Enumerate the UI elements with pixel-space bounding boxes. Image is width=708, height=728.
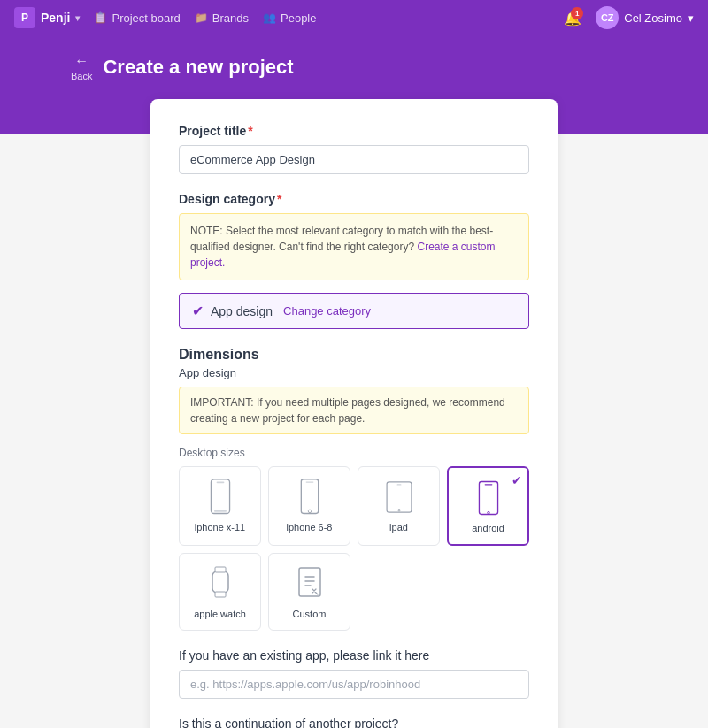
category-note: NOTE: Select the most relevant category … bbox=[179, 213, 529, 280]
svg-point-4 bbox=[308, 510, 312, 513]
svg-rect-6 bbox=[387, 482, 412, 512]
design-category-label: Design category * bbox=[179, 192, 529, 206]
avatar: CZ bbox=[596, 6, 619, 29]
svg-rect-2 bbox=[213, 510, 226, 512]
device-iphone-6-8[interactable]: iphone 6-8 bbox=[268, 466, 350, 546]
project-title-group: Project title * bbox=[179, 124, 529, 174]
desktop-sizes-label: Desktop sizes bbox=[179, 447, 529, 459]
notification-button[interactable]: 🔔 1 bbox=[560, 5, 585, 30]
back-button[interactable]: ← Back bbox=[71, 53, 92, 81]
page-title: Create a new project bbox=[103, 56, 293, 79]
continuation-label: Is this a continuation of another projec… bbox=[179, 717, 529, 728]
nav-item-project-board[interactable]: 📋 Project board bbox=[94, 11, 180, 25]
page-header: ← Back Create a new project bbox=[0, 53, 708, 81]
important-note: IMPORTANT: If you need multiple pages de… bbox=[179, 387, 529, 434]
required-indicator: * bbox=[248, 124, 252, 138]
existing-app-group: If you have an existing app, please link… bbox=[179, 648, 529, 699]
brand-name: Penji bbox=[41, 11, 70, 25]
device-grid-row2: apple watch Custom bbox=[179, 553, 529, 631]
nav-item-people-label: People bbox=[281, 11, 316, 25]
svg-rect-10 bbox=[484, 484, 492, 485]
nav-item-project-board-label: Project board bbox=[112, 11, 180, 25]
navbar-left: P Penji ▾ 📋 Project board 📁 Brands 👥 Peo… bbox=[14, 7, 546, 28]
user-menu[interactable]: CZ Cel Zosimo ▾ bbox=[596, 6, 694, 29]
required-indicator-cat: * bbox=[277, 192, 281, 206]
svg-rect-1 bbox=[216, 481, 224, 483]
user-chevron-icon: ▾ bbox=[688, 11, 694, 25]
svg-rect-0 bbox=[211, 479, 229, 514]
svg-rect-13 bbox=[215, 567, 226, 572]
nav-item-people[interactable]: 👥 People bbox=[263, 11, 316, 25]
device-iphone-x11[interactable]: iphone x-11 bbox=[179, 466, 261, 546]
category-name: App design bbox=[211, 304, 273, 318]
project-title-label: Project title * bbox=[179, 124, 529, 138]
svg-rect-5 bbox=[305, 481, 313, 482]
existing-app-label: If you have an existing app, please link… bbox=[179, 648, 529, 663]
check-icon: ✔ bbox=[192, 303, 204, 319]
brand-icon: P bbox=[14, 7, 35, 28]
device-android[interactable]: ✔ android bbox=[447, 466, 529, 546]
dimensions-label: Dimensions bbox=[179, 347, 529, 363]
notification-badge: 1 bbox=[571, 7, 583, 19]
brands-icon: 📁 bbox=[195, 11, 208, 24]
back-arrow-icon: ← bbox=[74, 53, 88, 69]
svg-rect-9 bbox=[479, 482, 497, 515]
svg-point-7 bbox=[397, 510, 399, 511]
custom-icon bbox=[294, 564, 326, 603]
svg-rect-14 bbox=[215, 592, 226, 597]
nav-item-brands-label: Brands bbox=[212, 11, 249, 25]
nav-item-brands[interactable]: 📁 Brands bbox=[195, 11, 249, 25]
project-board-icon: 📋 bbox=[94, 11, 107, 24]
design-category-group: Design category * NOTE: Select the most … bbox=[179, 192, 529, 329]
svg-point-11 bbox=[487, 511, 489, 514]
empty-cell-1 bbox=[358, 553, 440, 631]
device-name-apple-watch: apple watch bbox=[194, 609, 246, 619]
device-name-custom: Custom bbox=[293, 609, 327, 619]
device-name-ipad: ipad bbox=[389, 522, 408, 533]
empty-cell-2 bbox=[447, 553, 529, 631]
user-name: Cel Zosimo bbox=[624, 11, 682, 25]
people-icon: 👥 bbox=[263, 11, 276, 24]
navbar: P Penji ▾ 📋 Project board 📁 Brands 👥 Peo… bbox=[0, 0, 708, 35]
svg-rect-3 bbox=[301, 479, 318, 514]
app-design-label: App design bbox=[179, 366, 529, 379]
change-category-link[interactable]: Change category bbox=[283, 304, 371, 318]
device-grid-row1: iphone x-11 iphone 6-8 bbox=[179, 466, 529, 546]
selected-category-display: ✔ App design Change category bbox=[179, 293, 529, 329]
dimensions-group: Dimensions App design IMPORTANT: If you … bbox=[179, 347, 529, 631]
device-ipad[interactable]: ipad bbox=[358, 466, 440, 546]
svg-rect-15 bbox=[299, 568, 320, 596]
form-card: Project title * Design category * NOTE: … bbox=[150, 99, 558, 728]
content-area: Project title * Design category * NOTE: … bbox=[0, 99, 708, 728]
brand[interactable]: P Penji ▾ bbox=[14, 7, 80, 28]
existing-app-input[interactable] bbox=[179, 670, 529, 699]
project-title-input[interactable] bbox=[179, 145, 529, 174]
iphone-x11-icon bbox=[204, 478, 236, 517]
back-label: Back bbox=[71, 71, 92, 81]
ipad-icon bbox=[383, 478, 415, 517]
device-name-iphone-6-8: iphone 6-8 bbox=[287, 522, 333, 533]
device-custom[interactable]: Custom bbox=[268, 553, 350, 631]
android-icon bbox=[473, 479, 504, 517]
navbar-right: 🔔 1 CZ Cel Zosimo ▾ bbox=[560, 5, 694, 30]
iphone-6-8-icon bbox=[294, 478, 326, 517]
device-name-iphone-x11: iphone x-11 bbox=[195, 522, 246, 533]
svg-rect-8 bbox=[396, 484, 401, 485]
device-apple-watch[interactable]: apple watch bbox=[179, 553, 261, 631]
brand-chevron-icon: ▾ bbox=[75, 13, 80, 23]
device-name-android: android bbox=[472, 523, 504, 533]
apple-watch-icon bbox=[204, 564, 236, 603]
svg-rect-12 bbox=[212, 571, 228, 593]
continuation-group: Is this a continuation of another projec… bbox=[179, 717, 529, 728]
android-check-icon: ✔ bbox=[512, 473, 522, 487]
